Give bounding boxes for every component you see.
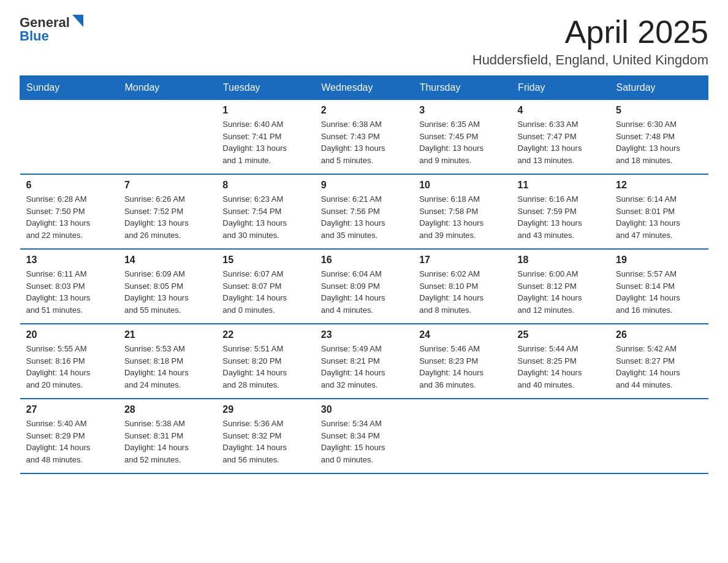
day-header-saturday: Saturday [610,76,708,100]
day-info: Sunrise: 6:21 AM Sunset: 7:56 PM Dayligh… [321,193,407,241]
calendar-cell: 5Sunrise: 6:30 AM Sunset: 7:48 PM Daylig… [610,100,708,175]
day-info: Sunrise: 6:33 AM Sunset: 7:47 PM Dayligh… [518,118,604,166]
day-header-monday: Monday [118,76,216,100]
title-block: April 2025 Huddersfield, England, United… [472,15,708,68]
day-number: 20 [26,329,112,340]
day-info: Sunrise: 6:23 AM Sunset: 7:54 PM Dayligh… [222,193,308,241]
day-number: 6 [26,180,112,191]
day-number: 10 [419,180,505,191]
day-info: Sunrise: 5:51 AM Sunset: 8:20 PM Dayligh… [222,343,308,391]
day-number: 7 [124,180,210,191]
day-number: 28 [124,404,210,415]
day-info: Sunrise: 5:42 AM Sunset: 8:27 PM Dayligh… [616,343,702,391]
calendar-cell: 20Sunrise: 5:55 AM Sunset: 8:16 PM Dayli… [20,324,118,399]
logo-text-blue: Blue [20,28,49,44]
day-info: Sunrise: 6:00 AM Sunset: 8:12 PM Dayligh… [518,268,604,316]
day-info: Sunrise: 6:09 AM Sunset: 8:05 PM Dayligh… [124,268,210,316]
calendar-table: SundayMondayTuesdayWednesdayThursdayFrid… [20,75,708,474]
day-header-tuesday: Tuesday [216,76,314,100]
calendar-body: 1Sunrise: 6:40 AM Sunset: 7:41 PM Daylig… [20,100,708,474]
day-number: 16 [321,255,407,266]
day-info: Sunrise: 5:46 AM Sunset: 8:23 PM Dayligh… [419,343,505,391]
calendar-cell [118,100,216,175]
calendar-cell: 26Sunrise: 5:42 AM Sunset: 8:27 PM Dayli… [610,324,708,399]
calendar-cell [20,100,118,175]
day-info: Sunrise: 6:04 AM Sunset: 8:09 PM Dayligh… [321,268,407,316]
calendar-cell: 6Sunrise: 6:28 AM Sunset: 7:50 PM Daylig… [20,174,118,249]
day-number: 21 [124,329,210,340]
calendar-week-2: 6Sunrise: 6:28 AM Sunset: 7:50 PM Daylig… [20,174,708,249]
calendar-cell: 13Sunrise: 6:11 AM Sunset: 8:03 PM Dayli… [20,249,118,324]
day-number: 27 [26,404,112,415]
day-info: Sunrise: 6:30 AM Sunset: 7:48 PM Dayligh… [616,118,702,166]
calendar-cell: 29Sunrise: 5:36 AM Sunset: 8:32 PM Dayli… [216,399,314,473]
day-info: Sunrise: 5:49 AM Sunset: 8:21 PM Dayligh… [321,343,407,391]
day-info: Sunrise: 6:18 AM Sunset: 7:58 PM Dayligh… [419,193,505,241]
calendar-cell [512,399,610,473]
day-number: 24 [419,329,505,340]
day-number: 11 [518,180,604,191]
calendar-cell: 19Sunrise: 5:57 AM Sunset: 8:14 PM Dayli… [610,249,708,324]
day-number: 22 [222,329,308,340]
day-header-thursday: Thursday [413,76,511,100]
calendar-cell: 15Sunrise: 6:07 AM Sunset: 8:07 PM Dayli… [216,249,314,324]
calendar-week-1: 1Sunrise: 6:40 AM Sunset: 7:41 PM Daylig… [20,100,708,175]
day-number: 13 [26,255,112,266]
page-header: General Blue April 2025 Huddersfield, En… [20,15,708,68]
day-info: Sunrise: 6:35 AM Sunset: 7:45 PM Dayligh… [419,118,505,166]
calendar-cell: 22Sunrise: 5:51 AM Sunset: 8:20 PM Dayli… [216,324,314,399]
calendar-cell: 12Sunrise: 6:14 AM Sunset: 8:01 PM Dayli… [610,174,708,249]
day-number: 18 [518,255,604,266]
calendar-week-5: 27Sunrise: 5:40 AM Sunset: 8:29 PM Dayli… [20,399,708,473]
day-number: 19 [616,255,702,266]
calendar-cell: 8Sunrise: 6:23 AM Sunset: 7:54 PM Daylig… [216,174,314,249]
day-header-friday: Friday [512,76,610,100]
calendar-cell: 24Sunrise: 5:46 AM Sunset: 8:23 PM Dayli… [413,324,511,399]
svg-marker-0 [72,15,83,27]
calendar-cell: 21Sunrise: 5:53 AM Sunset: 8:18 PM Dayli… [118,324,216,399]
day-number: 17 [419,255,505,266]
logo: General Blue [20,15,83,44]
day-number: 9 [321,180,407,191]
calendar-cell: 16Sunrise: 6:04 AM Sunset: 8:09 PM Dayli… [315,249,413,324]
day-number: 4 [518,105,604,116]
day-info: Sunrise: 6:11 AM Sunset: 8:03 PM Dayligh… [26,268,112,316]
day-info: Sunrise: 5:36 AM Sunset: 8:32 PM Dayligh… [222,418,308,465]
calendar-cell: 25Sunrise: 5:44 AM Sunset: 8:25 PM Dayli… [512,324,610,399]
day-number: 23 [321,329,407,340]
day-info: Sunrise: 5:38 AM Sunset: 8:31 PM Dayligh… [124,418,210,465]
day-info: Sunrise: 6:07 AM Sunset: 8:07 PM Dayligh… [222,268,308,316]
day-info: Sunrise: 6:16 AM Sunset: 7:59 PM Dayligh… [518,193,604,241]
calendar-cell [413,399,511,473]
day-number: 14 [124,255,210,266]
day-number: 15 [222,255,308,266]
calendar-cell: 17Sunrise: 6:02 AM Sunset: 8:10 PM Dayli… [413,249,511,324]
calendar-week-3: 13Sunrise: 6:11 AM Sunset: 8:03 PM Dayli… [20,249,708,324]
day-number: 1 [222,105,308,116]
day-number: 12 [616,180,702,191]
day-info: Sunrise: 6:14 AM Sunset: 8:01 PM Dayligh… [616,193,702,241]
day-info: Sunrise: 5:57 AM Sunset: 8:14 PM Dayligh… [616,268,702,316]
day-info: Sunrise: 5:34 AM Sunset: 8:34 PM Dayligh… [321,418,407,465]
calendar-cell: 10Sunrise: 6:18 AM Sunset: 7:58 PM Dayli… [413,174,511,249]
day-number: 3 [419,105,505,116]
day-info: Sunrise: 6:40 AM Sunset: 7:41 PM Dayligh… [222,118,308,166]
calendar-week-4: 20Sunrise: 5:55 AM Sunset: 8:16 PM Dayli… [20,324,708,399]
calendar-cell: 2Sunrise: 6:38 AM Sunset: 7:43 PM Daylig… [315,100,413,175]
calendar-cell: 3Sunrise: 6:35 AM Sunset: 7:45 PM Daylig… [413,100,511,175]
calendar-cell: 4Sunrise: 6:33 AM Sunset: 7:47 PM Daylig… [512,100,610,175]
calendar-cell: 14Sunrise: 6:09 AM Sunset: 8:05 PM Dayli… [118,249,216,324]
logo-triangle-icon [72,15,83,29]
calendar-cell [610,399,708,473]
day-info: Sunrise: 5:44 AM Sunset: 8:25 PM Dayligh… [518,343,604,391]
calendar-cell: 1Sunrise: 6:40 AM Sunset: 7:41 PM Daylig… [216,100,314,175]
day-info: Sunrise: 6:38 AM Sunset: 7:43 PM Dayligh… [321,118,407,166]
day-header-sunday: Sunday [20,76,118,100]
day-info: Sunrise: 6:02 AM Sunset: 8:10 PM Dayligh… [419,268,505,316]
day-number: 5 [616,105,702,116]
calendar-cell: 27Sunrise: 5:40 AM Sunset: 8:29 PM Dayli… [20,399,118,473]
day-number: 26 [616,329,702,340]
page-subtitle: Huddersfield, England, United Kingdom [472,52,708,68]
calendar-cell: 23Sunrise: 5:49 AM Sunset: 8:21 PM Dayli… [315,324,413,399]
calendar-cell: 7Sunrise: 6:26 AM Sunset: 7:52 PM Daylig… [118,174,216,249]
